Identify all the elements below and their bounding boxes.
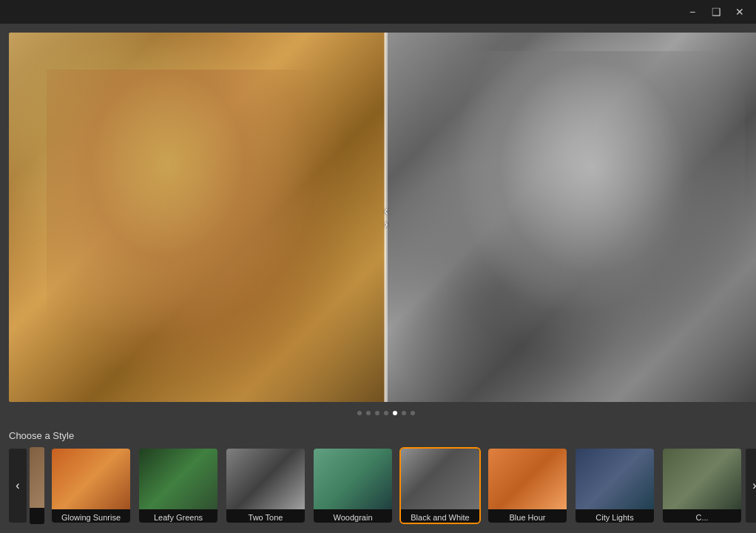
style-img-c	[663, 449, 741, 509]
dot-3[interactable]	[375, 411, 379, 415]
titlebar: − ❑ ✕	[0, 0, 756, 24]
style-item-blue-hour[interactable]: Blue Hour	[487, 447, 568, 524]
style-img-blue-hour	[488, 449, 567, 509]
image-panel: ‹ › Choose a Style ‹	[0, 24, 756, 533]
style-label-blue-hour: Blue Hour	[488, 509, 567, 524]
style-prev-button[interactable]: ‹	[9, 449, 27, 523]
split-arrows[interactable]: ‹ ›	[384, 204, 388, 231]
style-label-glowing-sunrise: Glowing Sunrise	[52, 509, 130, 524]
style-next-button[interactable]: ›	[746, 449, 756, 523]
image-before	[9, 33, 386, 402]
style-img-leafy-greens	[139, 449, 217, 509]
image-container: ‹ ›	[9, 33, 756, 402]
restore-button[interactable]: ❑	[706, 3, 726, 21]
style-img-city-lights	[576, 449, 654, 509]
partial-label	[30, 508, 44, 524]
style-label-two-tone: Two Tone	[226, 509, 305, 524]
style-item-partial[interactable]	[30, 447, 44, 524]
image-dots	[9, 409, 756, 417]
style-chooser-label: Choose a Style	[9, 430, 756, 441]
style-item-black-and-white[interactable]: Black and White	[399, 447, 481, 524]
style-scroll: ‹ Glowing Sunrise Leafy Greens	[9, 447, 756, 524]
style-img-two-tone	[226, 449, 305, 509]
style-img-woodgrain	[314, 449, 392, 509]
style-label-c: C...	[663, 509, 741, 524]
dot-1[interactable]	[357, 411, 362, 415]
dot-4[interactable]	[384, 411, 388, 415]
style-img-glowing-sunrise	[52, 449, 130, 509]
style-items: Glowing Sunrise Leafy Greens Two Tone Wo…	[30, 447, 743, 524]
style-chooser: Choose a Style ‹ Glowing Sunrise	[9, 424, 756, 524]
main-content: ‹ › Choose a Style ‹	[0, 24, 756, 533]
person-overlay-right	[405, 51, 745, 383]
partial-img	[30, 447, 44, 508]
dot-2[interactable]	[366, 411, 371, 415]
dot-6[interactable]	[402, 411, 406, 415]
style-label-woodgrain: Woodgrain	[314, 509, 392, 524]
style-item-city-lights[interactable]: City Lights	[574, 447, 655, 524]
image-after	[386, 33, 756, 402]
style-item-woodgrain[interactable]: Woodgrain	[312, 447, 394, 524]
style-item-c[interactable]: C...	[661, 447, 743, 524]
style-item-leafy-greens[interactable]: Leafy Greens	[138, 447, 219, 524]
image-split: ‹ ›	[9, 33, 756, 402]
dot-5[interactable]	[393, 411, 397, 415]
style-label-city-lights: City Lights	[576, 509, 654, 524]
style-item-glowing-sunrise[interactable]: Glowing Sunrise	[50, 447, 132, 524]
close-button[interactable]: ✕	[729, 3, 750, 21]
dot-7[interactable]	[411, 411, 415, 415]
minimize-button[interactable]: −	[682, 3, 703, 21]
style-img-black-and-white	[401, 449, 479, 509]
split-handle[interactable]: ‹ ›	[385, 33, 388, 402]
person-overlay-left	[47, 70, 348, 383]
style-label-black-and-white: Black and White	[401, 509, 479, 524]
style-label-leafy-greens: Leafy Greens	[139, 509, 217, 524]
style-item-two-tone[interactable]: Two Tone	[225, 447, 306, 524]
